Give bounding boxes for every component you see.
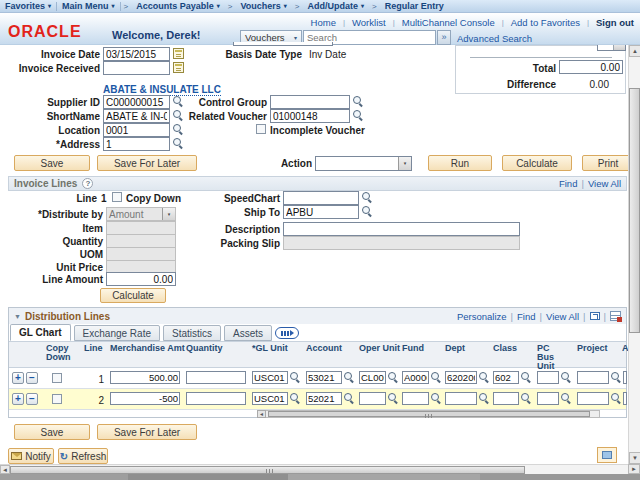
lookup-icon[interactable] [431, 393, 442, 404]
sign-out-link[interactable]: Sign out [596, 17, 634, 28]
chevron-down-icon[interactable]: ▾ [398, 157, 411, 170]
distribution-view-all-link[interactable]: View All [546, 311, 579, 322]
show-all-columns-icon[interactable] [275, 327, 299, 339]
lookup-icon[interactable] [611, 372, 622, 383]
breadcrumb-vouchers[interactable]: Vouchers▾ [235, 1, 291, 11]
scroll-right-icon[interactable]: ► [628, 464, 640, 474]
dept-input[interactable] [445, 392, 477, 405]
calendar-icon[interactable] [173, 48, 184, 59]
advanced-search-link[interactable]: Advanced Search [457, 33, 532, 44]
worklist-link[interactable]: Worklist [352, 17, 386, 28]
chevron-down-icon[interactable]: ▾ [217, 3, 220, 9]
lookup-icon[interactable] [479, 393, 490, 404]
fund-input[interactable] [402, 392, 429, 405]
lookup-icon[interactable] [611, 393, 622, 404]
save-for-later-button[interactable]: Save For Later [97, 155, 197, 171]
breadcrumb-accounts-payable[interactable]: Accounts Payable▾ [131, 1, 225, 11]
lookup-icon[interactable] [561, 393, 572, 404]
vertical-scrollbar[interactable]: ▲ ▼ [628, 45, 640, 464]
copy-down-checkbox-row1[interactable] [52, 373, 62, 383]
print-button[interactable]: Print [582, 155, 634, 171]
lookup-icon[interactable] [290, 372, 301, 383]
tab-statistics[interactable]: Statistics [163, 325, 221, 341]
refresh-button[interactable]: ↻Refresh [58, 448, 108, 464]
new-window-icon[interactable] [597, 447, 617, 463]
line-calculate-button[interactable]: Calculate [100, 288, 166, 303]
delete-row-button[interactable]: − [26, 372, 38, 384]
fund-input[interactable] [402, 371, 429, 384]
tab-gl-chart[interactable]: GL Chart [10, 324, 71, 341]
incomplete-voucher-checkbox[interactable] [256, 124, 266, 134]
copy-down-checkbox[interactable] [112, 192, 122, 202]
pc-bus-unit-input[interactable] [537, 371, 559, 384]
vertical-scrollbar-thumb[interactable] [629, 88, 640, 333]
chevron-down-icon[interactable]: ▾ [112, 3, 115, 9]
lookup-icon[interactable] [362, 206, 373, 217]
calculate-button[interactable]: Calculate [502, 155, 572, 171]
footer-save-for-later-button[interactable]: Save For Later [97, 424, 197, 440]
grid-horizontal-scrollbar[interactable]: ◄ [257, 410, 600, 418]
gl-unit-input[interactable] [252, 392, 288, 405]
invoice-lines-find-link[interactable]: Find [559, 178, 577, 189]
oper-unit-input[interactable] [359, 392, 386, 405]
calendar-icon[interactable] [173, 62, 184, 73]
lookup-icon[interactable] [362, 192, 373, 203]
speedchart-input[interactable] [283, 191, 359, 205]
breadcrumb-main-menu[interactable]: Main Menu▾ [57, 1, 120, 11]
class-input[interactable] [493, 392, 519, 405]
lookup-icon[interactable] [353, 110, 364, 121]
distribution-find-link[interactable]: Find [517, 311, 535, 322]
supplier-id-input[interactable] [103, 95, 170, 109]
project-input[interactable] [577, 371, 609, 384]
description-input[interactable] [283, 222, 520, 236]
oper-unit-input[interactable] [359, 371, 386, 384]
chevron-down-icon[interactable]: ▾ [48, 3, 51, 9]
project-input[interactable] [577, 392, 609, 405]
account-input[interactable] [306, 392, 342, 405]
lookup-icon[interactable] [431, 372, 442, 383]
home-link[interactable]: Home [311, 17, 336, 28]
lookup-icon[interactable] [173, 138, 184, 149]
personalize-link[interactable]: Personalize [457, 311, 507, 322]
add-row-button[interactable]: + [12, 372, 24, 384]
account-input[interactable] [306, 371, 342, 384]
invoice-lines-view-all-link[interactable]: View All [588, 178, 621, 189]
class-input[interactable] [493, 371, 519, 384]
horizontal-scrollbar-thumb[interactable] [10, 466, 525, 474]
control-group-input[interactable] [270, 95, 350, 109]
notify-button[interactable]: Notify [8, 448, 54, 464]
lookup-icon[interactable] [479, 372, 490, 383]
breadcrumb-favorites[interactable]: Favorites▾ [0, 1, 56, 11]
save-button[interactable]: Save [14, 155, 90, 171]
line-amount-input[interactable] [106, 272, 176, 286]
lookup-icon[interactable] [344, 372, 355, 383]
multichannel-console-link[interactable]: MultiChannel Console [402, 17, 495, 28]
add-to-favorites-link[interactable]: Add to Favorites [511, 17, 580, 28]
merchandise-amt-input[interactable] [110, 392, 180, 405]
quantity-cell-input[interactable] [186, 392, 246, 405]
invoice-date-input[interactable] [103, 47, 170, 61]
scroll-down-icon[interactable]: ▼ [629, 452, 640, 464]
invoice-received-input[interactable] [103, 61, 170, 75]
lookup-icon[interactable] [521, 372, 532, 383]
action-select[interactable]: ▾ [315, 156, 412, 171]
activity-input-clipped[interactable] [623, 392, 627, 405]
add-row-button[interactable]: + [12, 393, 24, 405]
lookup-icon[interactable] [388, 393, 399, 404]
footer-save-button[interactable]: Save [14, 424, 90, 440]
total-input[interactable] [559, 60, 623, 74]
lookup-icon[interactable] [353, 96, 364, 107]
scroll-left-icon[interactable]: ◄ [257, 410, 266, 418]
tab-assets[interactable]: Assets [224, 325, 272, 341]
shortname-input[interactable] [103, 109, 170, 123]
grid-scrollbar-thumb[interactable] [268, 411, 590, 417]
lookup-icon[interactable] [561, 372, 572, 383]
activity-input-clipped[interactable] [623, 371, 627, 384]
lookup-icon[interactable] [521, 393, 532, 404]
lookup-icon[interactable] [173, 124, 184, 135]
scroll-left-icon[interactable]: ◄ [0, 465, 10, 474]
lookup-icon[interactable] [388, 372, 399, 383]
lookup-icon[interactable] [344, 393, 355, 404]
horizontal-scrollbar[interactable]: ◄ [0, 464, 628, 474]
download-grid-icon[interactable] [610, 311, 621, 321]
